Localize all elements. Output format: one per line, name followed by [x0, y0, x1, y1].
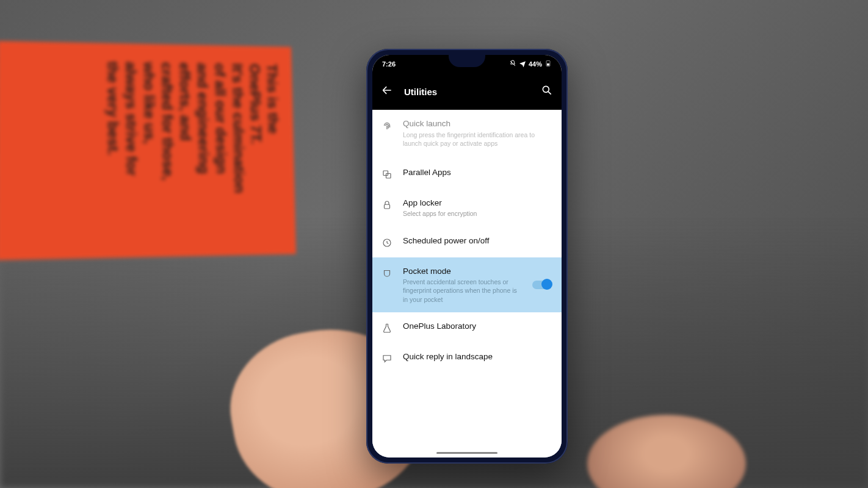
mute-icon — [509, 60, 516, 68]
scheduled-power-label: Scheduled power on/off — [403, 235, 551, 246]
parallel-apps-label: Parallel Apps — [403, 167, 551, 178]
app-locker-label: App locker — [403, 198, 551, 209]
laboratory-item[interactable]: OnePlus Laboratory — [372, 312, 562, 343]
quick-launch-label: Quick launch — [403, 118, 551, 129]
box-line: It's the culmination — [228, 63, 249, 237]
box-line: the very best. — [103, 61, 123, 239]
box-line: and engineering — [193, 63, 214, 238]
parallel-apps-item[interactable]: Parallel Apps — [372, 159, 562, 189]
app-locker-item[interactable]: App locker Select apps for encryption — [372, 189, 562, 227]
quick-launch-item[interactable]: Quick launch Long press the fingerprint … — [372, 110, 562, 156]
box-line: crafted for those, — [157, 62, 178, 239]
flask-icon — [381, 322, 393, 334]
airplane-icon — [519, 60, 526, 68]
pocket-icon — [381, 267, 393, 279]
box-line: of all our design — [211, 63, 232, 237]
lock-icon — [381, 199, 393, 211]
svg-point-2 — [543, 86, 549, 92]
settings-list[interactable]: Quick launch Long press the fingerprint … — [372, 110, 562, 458]
box-line: who like us, — [140, 62, 160, 239]
page-title: Utilities — [404, 87, 530, 97]
scheduled-power-item[interactable]: Scheduled power on/off — [372, 227, 562, 257]
parallel-apps-icon — [381, 168, 393, 181]
back-button[interactable] — [381, 84, 393, 99]
quick-reply-item[interactable]: Quick reply in landscape — [372, 343, 562, 373]
fingerprint-icon — [381, 120, 393, 132]
box-line: OnePlus 7T. — [246, 63, 267, 237]
product-box: This is the OnePlus 7T. It's the culmina… — [0, 41, 296, 260]
display-notch — [449, 55, 485, 67]
pocket-mode-sub: Prevent accidental screen touches or fin… — [403, 278, 523, 304]
quick-launch-sub: Long press the fingerprint identificatio… — [403, 131, 551, 148]
svg-rect-4 — [386, 173, 391, 178]
battery-text: 44% — [529, 60, 542, 68]
app-bar: Utilities — [372, 73, 562, 110]
status-time: 7:26 — [382, 60, 396, 68]
svg-rect-5 — [385, 204, 390, 209]
app-locker-sub: Select apps for encryption — [403, 209, 551, 218]
box-line: efforts, and — [176, 62, 196, 238]
box-line: This is the — [263, 64, 284, 237]
clock-icon — [381, 237, 393, 249]
message-icon — [381, 353, 393, 365]
status-right: 44% — [509, 60, 552, 68]
home-indicator[interactable] — [436, 452, 497, 454]
quick-reply-label: Quick reply in landscape — [403, 351, 551, 362]
laboratory-label: OnePlus Laboratory — [403, 321, 551, 332]
svg-rect-1 — [547, 63, 549, 66]
phone-screen: 7:26 44% Utilities — [372, 55, 562, 458]
pocket-mode-toggle[interactable] — [532, 281, 551, 289]
phone-frame: 7:26 44% Utilities — [366, 49, 568, 464]
pocket-mode-label: Pocket mode — [403, 266, 523, 277]
svg-rect-3 — [383, 171, 388, 176]
search-button[interactable] — [541, 84, 553, 99]
box-line: always strive for — [121, 62, 141, 239]
pocket-mode-item[interactable]: Pocket mode Prevent accidental screen to… — [372, 257, 562, 312]
battery-icon — [544, 60, 552, 68]
